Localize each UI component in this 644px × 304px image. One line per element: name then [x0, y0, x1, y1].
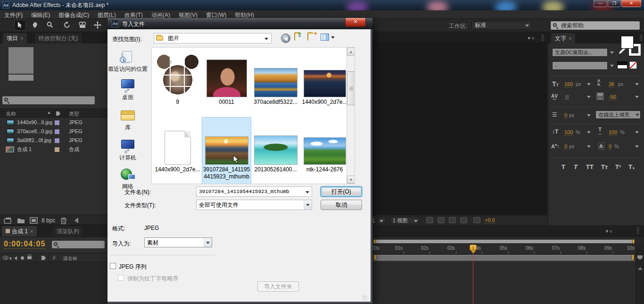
zoom-handle-left[interactable]	[373, 239, 376, 244]
panel-gripper[interactable]	[541, 34, 544, 41]
current-time-display[interactable]: 0:00:04:05	[4, 240, 45, 249]
place-recent[interactable]: 最近访问的位置	[107, 50, 148, 73]
layer-number-column[interactable]: #	[53, 255, 56, 261]
interpret-footage-icon[interactable]	[4, 217, 12, 224]
exposure-toggle-icon[interactable]	[438, 217, 445, 223]
dialog-close-button[interactable]: ✕	[345, 18, 366, 27]
filetype-select[interactable]: 全部可使用文件	[196, 200, 312, 210]
ruler-icon[interactable]	[449, 217, 456, 223]
file-item[interactable]: 370ace8df5322...	[251, 50, 300, 105]
label-color-chip[interactable]	[55, 138, 59, 143]
faux-bold-toggle[interactable]: T	[561, 163, 565, 170]
tab-effect-controls[interactable]: 特效控制台:(无)	[35, 33, 82, 43]
menu-file[interactable]: 文件(F)	[0, 11, 27, 19]
new-folder-button[interactable]: ✦	[307, 34, 308, 40]
column-name[interactable]: 名称	[6, 110, 16, 118]
chevron-down-icon[interactable]	[635, 96, 639, 98]
project-item-row[interactable]: 1440x90...9.jpg JPEG	[0, 118, 107, 127]
chevron-down-icon[interactable]	[587, 96, 591, 98]
file-item[interactable]: 00011	[202, 50, 251, 105]
combo-dropdown-button[interactable]	[204, 238, 212, 247]
place-computer[interactable]: 计算机	[107, 139, 148, 162]
menu-composition[interactable]: 图像合成(C)	[54, 11, 93, 19]
timeline-search-input[interactable]	[52, 241, 105, 248]
tab-close-icon[interactable]: ×	[28, 228, 33, 234]
project-item-row[interactable]: 合成 1 合成	[0, 145, 107, 154]
horizontal-scale-value[interactable]: 100	[609, 129, 617, 135]
tracking-value[interactable]: -50	[609, 94, 616, 100]
flowchart-icon[interactable]	[460, 217, 467, 223]
leading-value[interactable]: 36	[609, 81, 614, 87]
subscript-toggle[interactable]: T₁	[628, 163, 635, 170]
chevron-down-icon[interactable]	[587, 114, 591, 117]
place-network[interactable]: 网络	[107, 168, 148, 191]
panel-menu-icon[interactable]: ▼≡	[527, 36, 535, 41]
font-family-select[interactable]: 文鼎DC黄阳尖...	[552, 48, 608, 57]
vertical-scale-value[interactable]: 100	[564, 129, 573, 135]
label-column-tag-icon[interactable]	[56, 111, 60, 116]
work-area-end-handle[interactable]	[632, 254, 634, 260]
tab-project[interactable]: 项目×	[3, 33, 27, 43]
tsume-value[interactable]: 0	[609, 144, 611, 150]
scroll-down-button[interactable]: ▼	[347, 176, 355, 184]
chevron-down-icon[interactable]	[587, 83, 591, 85]
file-item[interactable]: ntk-1244-2676	[300, 118, 349, 173]
tab-character[interactable]: 文字×	[551, 33, 575, 43]
restore-button[interactable]: ❐	[608, 0, 621, 7]
back-button[interactable]	[281, 34, 290, 43]
file-item[interactable]: 201305261400...	[251, 118, 300, 173]
exposure-value[interactable]: +0.0	[485, 217, 495, 223]
solo-icon[interactable]	[21, 256, 24, 260]
file-list-scrollbar[interactable]: ▲ ▼	[347, 48, 355, 184]
view-layout-select[interactable]: 1 视图	[390, 217, 420, 224]
panel-gripper[interactable]	[636, 228, 639, 234]
pan-behind-tool[interactable]	[92, 20, 104, 31]
scrollbar-thumb[interactable]	[347, 71, 355, 105]
fill-stroke-mode-select[interactable]: 在描边上填充	[595, 110, 641, 119]
column-type[interactable]: 类型	[69, 110, 79, 118]
chevron-down-icon[interactable]	[610, 51, 614, 54]
close-button[interactable]: ✕	[621, 0, 641, 7]
up-one-level-button[interactable]: ⇧	[294, 34, 295, 40]
project-item-row[interactable]: 370ace8...0.jpg JPEG	[0, 127, 107, 136]
faux-italic-toggle[interactable]: T	[574, 163, 578, 170]
audio-icon[interactable]	[14, 256, 17, 260]
dialog-titlebar[interactable]: Ae 导入文件 ✕	[107, 18, 372, 29]
chevron-down-icon[interactable]	[635, 145, 639, 148]
combo-dropdown-button[interactable]	[304, 200, 312, 210]
chevron-down-icon[interactable]	[587, 145, 591, 148]
video-visibility-icon[interactable]	[3, 256, 8, 260]
tab-close-icon[interactable]: ×	[566, 35, 571, 41]
filename-combo[interactable]: 39107284_1411954415923_mthumb	[196, 186, 312, 197]
chevron-down-icon[interactable]	[331, 36, 335, 39]
superscript-toggle[interactable]: T¹	[615, 163, 621, 170]
label-column-tag-icon[interactable]	[41, 256, 46, 260]
scroll-up-button[interactable]: ▲	[347, 48, 355, 56]
new-folder-icon[interactable]	[17, 217, 25, 224]
place-desktop[interactable]: 桌面	[107, 78, 148, 101]
playhead-marker[interactable]	[470, 245, 477, 251]
selection-tool[interactable]	[14, 20, 26, 31]
tab-render-queue[interactable]: 渲染队列	[53, 226, 83, 236]
import-folder-button[interactable]: 导入文件夹	[257, 281, 299, 292]
lock-icon[interactable]	[27, 256, 32, 259]
comp-marker-icon[interactable]	[637, 255, 643, 260]
font-size-value[interactable]: 160	[564, 81, 573, 87]
file-list[interactable]: 9 00011 370ace8df5322... 1440x900_2d7e..…	[151, 47, 355, 184]
timeline-zoom-scrollbar[interactable]	[372, 239, 636, 244]
file-item-selected[interactable]: 39107284_1411954415923_mthumb	[202, 118, 251, 184]
workspace-select[interactable]: 标准	[471, 21, 532, 30]
force-order-checkbox[interactable]	[118, 275, 124, 281]
cancel-button[interactable]: 取消	[321, 200, 362, 210]
work-area-start-handle[interactable]	[374, 254, 376, 260]
work-area-bar[interactable]	[374, 255, 634, 261]
panel-gripper[interactable]	[640, 34, 643, 41]
label-color-chip[interactable]	[55, 129, 59, 134]
source-name-column[interactable]: 源名称	[63, 255, 77, 262]
chevron-down-icon[interactable]	[635, 131, 639, 134]
no-color-swatch[interactable]	[629, 61, 637, 69]
menu-edit[interactable]: 编辑(E)	[27, 11, 54, 19]
tab-comp-timeline[interactable]: 合成 1×	[2, 226, 37, 236]
project-item-row[interactable]: 3a68ff2...0f.jpg JPEG	[0, 136, 107, 145]
label-color-chip[interactable]	[55, 120, 59, 125]
